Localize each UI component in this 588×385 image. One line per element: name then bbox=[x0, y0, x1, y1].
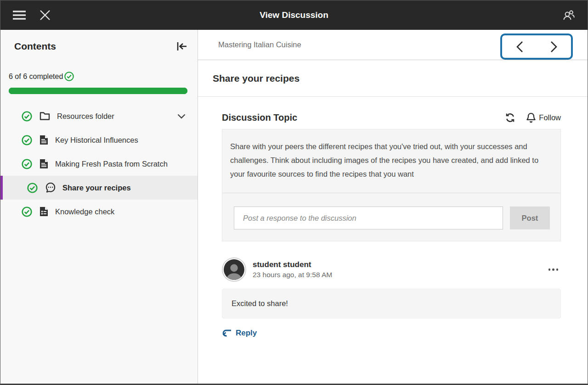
page-title: Share your recipes bbox=[213, 73, 300, 84]
collapse-panel-icon[interactable] bbox=[176, 41, 187, 51]
document-icon bbox=[40, 135, 48, 145]
completed-check-icon bbox=[21, 111, 33, 122]
post-body: Excited to share! bbox=[222, 289, 561, 318]
refresh-icon[interactable] bbox=[505, 112, 515, 123]
sidebar-item-label: Share your recipes bbox=[62, 184, 131, 192]
sidebar-item-label: Key Historical Influences bbox=[55, 136, 138, 145]
discussion-topic-panel: Share with your peers the different reci… bbox=[222, 129, 561, 241]
completed-check-icon bbox=[21, 134, 33, 146]
breadcrumb[interactable]: Mastering Italian Cuisine bbox=[218, 40, 301, 49]
folder-icon bbox=[40, 112, 50, 121]
topbar: View Discussion bbox=[0, 0, 588, 30]
sidebar-item-label: Knowledge check bbox=[55, 207, 114, 216]
contents-list: Resources folder Key Historical Influenc… bbox=[0, 104, 198, 223]
avatar[interactable] bbox=[222, 257, 246, 282]
people-icon[interactable] bbox=[561, 7, 577, 23]
follow-button[interactable]: Follow bbox=[526, 112, 561, 123]
discussion-topic-title: Discussion Topic bbox=[222, 112, 297, 123]
discussion-bubble-icon bbox=[45, 183, 56, 193]
completed-check-icon bbox=[21, 206, 33, 218]
main-panel: Mastering Italian Cuisine Share your rec… bbox=[198, 30, 588, 384]
discussion-header: Discussion Topic bbox=[222, 112, 561, 123]
kebab-menu-icon[interactable] bbox=[546, 264, 561, 275]
sidebar-item-resources-folder[interactable]: Resources folder bbox=[0, 104, 198, 128]
sidebar-title: Contents bbox=[14, 41, 56, 52]
content-title-row: Share your recipes bbox=[198, 60, 588, 97]
previous-content-button[interactable] bbox=[502, 35, 537, 58]
post-button[interactable]: Post bbox=[510, 206, 550, 229]
sidebar-item-key-historical-influences[interactable]: Key Historical Influences bbox=[0, 128, 198, 152]
follow-label: Follow bbox=[539, 113, 561, 122]
completed-check-icon bbox=[21, 158, 33, 170]
reply-label: Reply bbox=[236, 329, 257, 338]
next-content-button[interactable] bbox=[537, 35, 571, 58]
chevron-down-icon[interactable] bbox=[177, 114, 186, 119]
hamburger-menu-icon[interactable] bbox=[11, 7, 27, 23]
post-author: student student bbox=[253, 260, 332, 269]
page-header-title: View Discussion bbox=[260, 10, 328, 20]
bell-icon bbox=[526, 112, 536, 123]
content-pager-highlighted bbox=[500, 33, 573, 60]
progress-label: 6 of 6 completed bbox=[9, 73, 63, 81]
post-timestamp: 23 hours ago, at 9:58 AM bbox=[253, 271, 332, 279]
reply-button[interactable]: Reply bbox=[222, 329, 257, 338]
course-progress: 6 of 6 completed bbox=[0, 52, 198, 94]
close-icon[interactable] bbox=[37, 7, 53, 23]
view-discussion-window: View Discussion Contents bbox=[0, 0, 588, 385]
discussion-content: Discussion Topic bbox=[198, 97, 588, 384]
progress-bar bbox=[9, 88, 187, 94]
document-icon bbox=[40, 159, 48, 169]
response-row: Post bbox=[222, 193, 560, 241]
completed-check-icon bbox=[64, 71, 74, 82]
discussion-topic-body: Share with your peers the different reci… bbox=[222, 129, 560, 193]
sidebar-item-label: Making Fresh Pasta from Scratch bbox=[55, 160, 168, 168]
post-header: student student 23 hours ago, at 9:58 AM bbox=[222, 257, 561, 282]
contents-sidebar: Contents 6 of 6 completed bbox=[0, 30, 198, 384]
completed-check-icon bbox=[27, 182, 38, 194]
reply-arrow-icon bbox=[222, 329, 232, 337]
sidebar-item-share-your-recipes[interactable]: Share your recipes bbox=[0, 176, 198, 200]
quiz-document-icon bbox=[40, 206, 48, 217]
sidebar-item-making-fresh-pasta[interactable]: Making Fresh Pasta from Scratch bbox=[0, 152, 198, 176]
sidebar-item-knowledge-check[interactable]: Knowledge check bbox=[0, 200, 198, 223]
sidebar-item-label: Resources folder bbox=[57, 112, 114, 121]
response-input[interactable] bbox=[234, 206, 503, 229]
